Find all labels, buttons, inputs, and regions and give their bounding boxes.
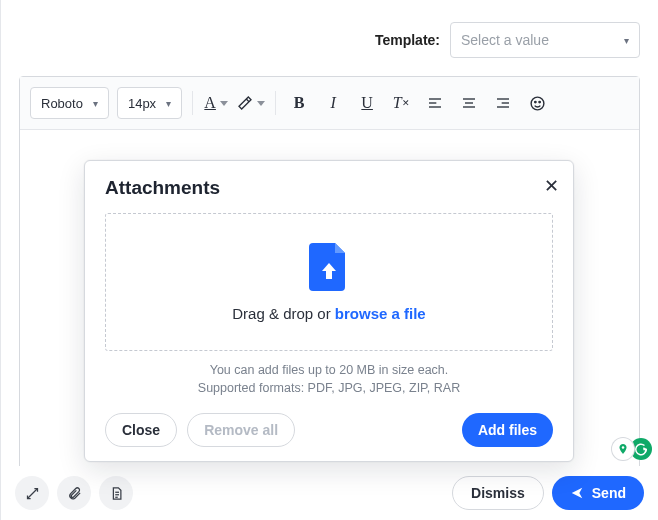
- close-label: Close: [122, 422, 160, 438]
- emoji-button[interactable]: [524, 89, 550, 117]
- svg-point-10: [534, 101, 535, 102]
- font-family-select[interactable]: Roboto ▾: [30, 87, 109, 119]
- attachments-modal: Attachments ✕ Drag & drop or browse a fi…: [84, 160, 574, 462]
- align-left-button[interactable]: [422, 89, 448, 117]
- attach-button[interactable]: [57, 476, 91, 510]
- add-files-button[interactable]: Add files: [462, 413, 553, 447]
- modal-title: Attachments: [105, 177, 553, 199]
- dismiss-button[interactable]: Dismiss: [452, 476, 544, 510]
- expand-button[interactable]: [15, 476, 49, 510]
- remove-all-button[interactable]: Remove all: [187, 413, 295, 447]
- bold-button[interactable]: B: [286, 89, 312, 117]
- template-placeholder: Select a value: [461, 32, 549, 48]
- chevron-down-icon: ▾: [166, 98, 171, 109]
- align-right-button[interactable]: [490, 89, 516, 117]
- hint-line-2: Supported formats: PDF, JPG, JPEG, ZIP, …: [105, 379, 553, 397]
- font-size-value: 14px: [128, 96, 156, 111]
- modal-close-button[interactable]: Close: [105, 413, 177, 447]
- toolbar-divider: [192, 91, 193, 115]
- close-icon[interactable]: ✕: [544, 175, 559, 197]
- compose-footer: Dismiss Send: [1, 466, 658, 520]
- highlight-color-button[interactable]: [237, 89, 265, 117]
- upload-hint: You can add files up to 20 MB in size ea…: [105, 361, 553, 397]
- file-dropzone[interactable]: Drag & drop or browse a file: [105, 213, 553, 351]
- clear-format-button[interactable]: T✕: [388, 89, 414, 117]
- svg-point-12: [622, 446, 625, 449]
- chevron-down-icon: ▾: [93, 98, 98, 109]
- editor-toolbar: Roboto ▾ 14px ▾ A B I U T✕: [20, 77, 639, 130]
- align-center-button[interactable]: [456, 89, 482, 117]
- remove-all-label: Remove all: [204, 422, 278, 438]
- font-family-value: Roboto: [41, 96, 83, 111]
- add-files-label: Add files: [478, 422, 537, 438]
- modal-actions: Close Remove all Add files: [105, 413, 553, 447]
- dismiss-label: Dismiss: [471, 485, 525, 501]
- font-size-select[interactable]: 14px ▾: [117, 87, 182, 119]
- send-icon: [570, 486, 584, 500]
- text-color-button[interactable]: A: [203, 89, 229, 117]
- hint-line-1: You can add files up to 20 MB in size ea…: [105, 361, 553, 379]
- italic-button[interactable]: I: [320, 89, 346, 117]
- drop-prefix: Drag & drop or: [232, 305, 335, 322]
- template-row: Template: Select a value ▾: [11, 0, 648, 70]
- browse-link[interactable]: browse a file: [335, 305, 426, 322]
- chevron-down-icon: ▾: [624, 35, 629, 46]
- toolbar-divider: [275, 91, 276, 115]
- template-label: Template:: [375, 32, 440, 48]
- assistant-badges: [612, 438, 652, 460]
- insert-template-button[interactable]: [99, 476, 133, 510]
- send-label: Send: [592, 485, 626, 501]
- template-select[interactable]: Select a value ▾: [450, 22, 640, 58]
- svg-point-11: [539, 101, 540, 102]
- underline-button[interactable]: U: [354, 89, 380, 117]
- svg-point-9: [531, 97, 544, 110]
- dropzone-text: Drag & drop or browse a file: [232, 305, 425, 322]
- file-upload-icon: [309, 243, 349, 291]
- send-button[interactable]: Send: [552, 476, 644, 510]
- pin-icon[interactable]: [612, 438, 634, 460]
